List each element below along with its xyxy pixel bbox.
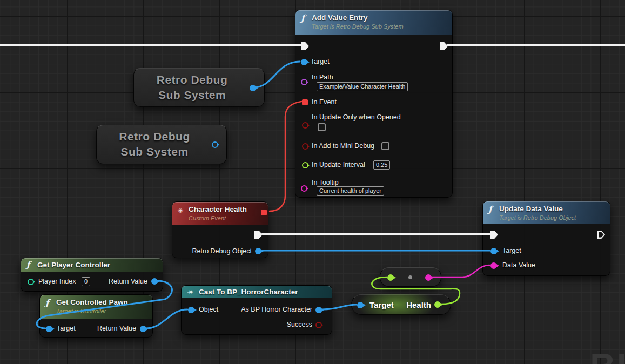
in-update-only-checkbox[interactable] [318,123,326,131]
return-value-label: Return Value [97,325,136,332]
node-get-player-controller[interactable]: ƒ Get Player Controller Player Index 0 R… [21,258,163,292]
retro-debug-object-label: Retro Debug Object [192,247,252,255]
node-subtitle: Target is Retro Debug Object [499,214,576,221]
target-label: Target [369,300,394,309]
exec-out-pin[interactable] [597,231,605,239]
subsystem-label-line2: Sub System [134,87,250,103]
function-icon: ƒ [26,260,30,269]
exec-in-pin[interactable] [490,231,498,239]
node-retro-debug-sub-system-2[interactable]: Retro Debug Sub System [96,125,227,164]
as-bp-horror-character-label: As BP Horror Character [241,306,312,313]
node-update-data-value[interactable]: ƒ Update Data Value Target is Retro Debu… [482,201,610,276]
player-index-pin[interactable] [28,279,34,285]
in-add-mini-pin[interactable] [302,143,308,150]
player-index-field[interactable]: 0 [82,277,90,286]
in-tooltip-pin[interactable] [301,185,307,192]
function-icon: ƒ [488,204,492,214]
in-add-mini-checkbox[interactable] [381,142,389,150]
node-header[interactable]: ◈ Character Health Custom Event [172,202,268,225]
in-path-label: In Path [312,73,333,81]
node-cast-to-bp-horrorcharacter[interactable]: ↠ Cast To BP_HorrorCharacter Object As B… [181,285,332,335]
in-update-interval-field[interactable]: 0.25 [373,160,390,170]
node-float-conversion[interactable] [380,267,441,287]
conversion-output-pin[interactable] [425,274,432,281]
target-pin[interactable] [490,248,497,254]
in-tooltip-value-field[interactable]: Current health of player [317,186,384,196]
node-title: Character Health [189,205,247,213]
node-header[interactable]: ƒ Get Controlled Pawn Target is Controll… [40,295,152,319]
exec-out-pin[interactable] [254,231,263,239]
in-path-pin[interactable] [301,79,307,85]
target-pin[interactable] [46,326,52,332]
target-label: Target [311,58,330,65]
in-add-mini-label: In Add to Mini Debug [312,142,374,150]
in-update-interval-label: In Update Interval [312,161,365,168]
return-value-label: Return Value [109,278,147,285]
node-title: Get Controlled Pawn [56,298,128,306]
target-pin[interactable] [301,59,307,65]
in-event-pin[interactable] [302,99,308,105]
cast-icon: ↠ [187,288,193,296]
health-pin[interactable] [434,301,441,308]
data-value-label: Data Value [502,261,535,269]
node-add-value-entry[interactable]: ƒ Add Value Entry Target is Retro Debug … [295,10,453,198]
health-label: Health [406,300,431,309]
node-title: Add Value Entry [312,14,368,22]
in-path-value-field[interactable]: Example/Value Character Health [317,82,408,91]
as-bp-horror-character-pin[interactable] [315,307,322,313]
node-header[interactable]: ƒ Add Value Entry Target is Retro Debug … [295,10,452,35]
target-label: Target [57,325,76,332]
return-value-pin[interactable] [140,326,146,332]
exec-out-pin[interactable] [440,42,448,50]
in-event-label: In Event [312,98,337,106]
node-title: Cast To BP_HorrorCharacter [199,288,298,296]
node-subtitle: Custom Event [189,215,226,221]
exec-in-pin[interactable] [301,42,309,50]
subsystem-output-pin[interactable] [250,85,256,91]
blueprint-watermark: BLUEPRINT [590,346,625,364]
in-update-only-label: In Update Only when Opened [312,113,401,121]
in-tooltip-label: In Tooltip [312,179,339,186]
function-icon: ƒ [301,13,305,23]
conversion-dot [408,275,412,279]
data-value-pin[interactable] [490,262,497,269]
subsystem-label-line1: Retro Debug [134,72,250,87]
node-title: Update Data Value [499,205,563,213]
in-update-only-pin[interactable] [302,122,308,129]
subsystem-output-pin[interactable] [212,141,218,148]
node-header[interactable]: ƒ Update Data Value Target is Retro Debu… [483,201,610,224]
player-index-label: Player Index [38,278,76,285]
object-pin[interactable] [188,307,194,313]
success-pin[interactable] [315,322,322,328]
node-character-health[interactable]: ◈ Character Health Custom Event Retro De… [172,201,268,258]
target-pin[interactable] [357,302,364,308]
blueprint-graph-canvas[interactable]: BLUEPRINT Retro Debug Sub System Retro D… [0,0,625,364]
node-get-health[interactable]: Target Health [351,294,451,315]
function-icon: ƒ [45,298,49,308]
object-label: Object [199,306,218,313]
success-label: Success [287,321,312,328]
conversion-input-pin[interactable] [387,274,394,281]
subsystem-label-line1: Retro Debug [97,129,212,144]
custom-event-icon: ◈ [178,206,183,214]
return-value-pin[interactable] [151,278,158,285]
target-label: Target [502,247,521,254]
node-get-controlled-pawn[interactable]: ƒ Get Controlled Pawn Target is Controll… [39,294,153,338]
node-title: Get Player Controller [37,261,110,269]
retro-debug-object-pin[interactable] [255,248,261,254]
node-header[interactable]: ƒ Get Player Controller [21,258,163,272]
delegate-pin[interactable] [261,210,267,215]
in-update-interval-pin[interactable] [302,162,308,168]
subsystem-label-line2: Sub System [97,144,212,159]
node-header[interactable]: ↠ Cast To BP_HorrorCharacter [182,286,332,298]
node-subtitle: Target is Retro Debug Sub System [312,23,404,30]
node-retro-debug-sub-system-1[interactable]: Retro Debug Sub System [133,68,265,107]
